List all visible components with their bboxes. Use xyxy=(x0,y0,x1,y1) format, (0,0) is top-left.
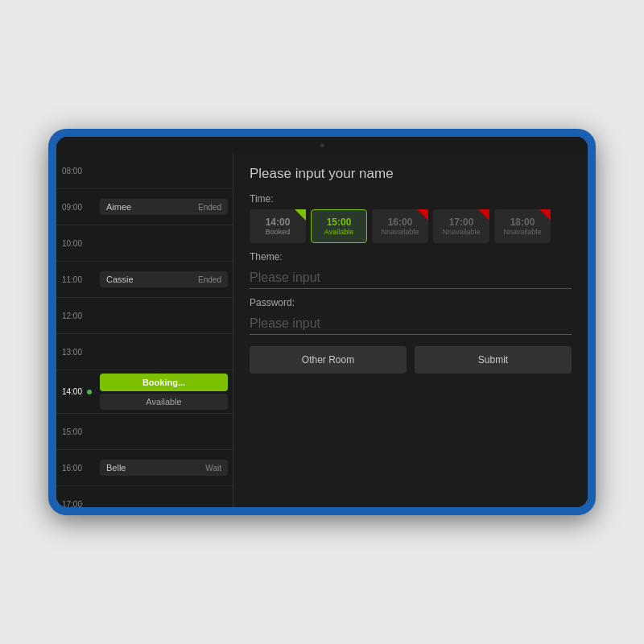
time-slot-unavailable[interactable]: 16:00 Nnavailable xyxy=(372,209,428,243)
booking-status: Wait xyxy=(205,464,221,473)
red-triangle-icon xyxy=(539,209,551,221)
time-row-active: 14:00 Booking... Available xyxy=(56,370,233,414)
password-input[interactable] xyxy=(250,313,572,335)
active-dot xyxy=(87,390,92,394)
time-label: 11:00 xyxy=(56,275,87,284)
time-content xyxy=(95,428,233,435)
slot-time: 14:00 xyxy=(266,217,291,228)
booking-name: Belle xyxy=(106,463,126,473)
slot-status: Nnavailable xyxy=(442,228,480,236)
time-content: Aimee Ended xyxy=(95,196,233,218)
buttons-row: Other Room Submit xyxy=(250,346,572,374)
slot-time: 16:00 xyxy=(388,217,413,228)
theme-input[interactable] xyxy=(250,267,572,289)
time-label: 09:00 xyxy=(56,203,87,212)
time-slots: 14:00 Booked 15:00 Available 16:00 xyxy=(250,209,572,243)
booking-name: Cassie xyxy=(106,275,134,284)
slot-status: Nnavailable xyxy=(503,228,541,236)
booking-card[interactable]: Belle Wait xyxy=(100,460,228,476)
placeholder-dot xyxy=(87,168,92,173)
right-panel: Please input your name Time: 14:00 Booke… xyxy=(233,153,588,507)
time-row: 17:00 xyxy=(56,486,233,507)
time-slot-unavailable[interactable]: 17:00 Nnavailable xyxy=(433,209,489,243)
slot-time: 15:00 xyxy=(327,217,352,228)
time-content xyxy=(95,167,233,174)
booking-card[interactable]: Aimee Ended xyxy=(100,199,228,215)
theme-section: Theme: xyxy=(250,251,572,289)
submit-button[interactable]: Submit xyxy=(415,346,572,374)
top-bar xyxy=(56,137,588,153)
left-panel: 08:00 09:00 Aimee Ended xyxy=(56,153,233,507)
timeline: 08:00 09:00 Aimee Ended xyxy=(56,153,233,507)
slot-status: Available xyxy=(324,228,353,236)
slot-status: Booked xyxy=(266,228,291,236)
form-title: Please input your name xyxy=(250,166,572,182)
time-row: 08:00 xyxy=(56,153,233,189)
time-row: 15:00 xyxy=(56,414,233,450)
camera-icon xyxy=(320,143,324,147)
time-label: 15:00 xyxy=(56,427,87,436)
password-section: Password: xyxy=(250,297,572,335)
time-content: Belle Wait xyxy=(95,456,233,479)
time-label: 10:00 xyxy=(56,239,87,248)
tablet-screen: 08:00 09:00 Aimee Ended xyxy=(56,137,588,507)
booking-status: Ended xyxy=(198,275,221,284)
time-content: Cassie Ended xyxy=(95,268,233,291)
placeholder-dot xyxy=(87,277,92,282)
red-triangle-icon xyxy=(417,209,428,221)
time-label: Time: xyxy=(250,193,572,204)
theme-label: Theme: xyxy=(250,251,572,262)
slot-time: 18:00 xyxy=(510,217,535,228)
other-room-button[interactable]: Other Room xyxy=(250,346,407,374)
time-slot-unavailable[interactable]: 18:00 Nnavailable xyxy=(494,209,551,243)
time-section: Time: 14:00 Booked 15:00 Available xyxy=(250,193,572,243)
time-label: 14:00 xyxy=(56,387,87,396)
time-label: 12:00 xyxy=(56,312,87,320)
placeholder-dot xyxy=(87,204,92,209)
time-slot-booked[interactable]: 14:00 Booked xyxy=(250,209,306,243)
time-row: 12:00 xyxy=(56,298,233,334)
time-row: 16:00 Belle Wait xyxy=(56,450,233,486)
booking-name: Aimee xyxy=(106,202,131,212)
time-content xyxy=(95,501,233,507)
time-row: 13:00 xyxy=(56,334,233,370)
time-label: 08:00 xyxy=(56,167,87,175)
time-row: 10:00 xyxy=(56,225,233,262)
time-label: 17:00 xyxy=(56,500,87,508)
slot-status: Nnavailable xyxy=(381,228,419,236)
time-row: 09:00 Aimee Ended xyxy=(56,189,233,225)
placeholder-dot xyxy=(87,502,92,506)
placeholder-dot xyxy=(87,313,92,318)
green-triangle-icon xyxy=(295,209,306,221)
time-content: Booking... Available xyxy=(95,370,233,413)
time-content xyxy=(95,312,233,319)
time-label: 16:00 xyxy=(56,464,87,473)
booking-card[interactable]: Cassie Ended xyxy=(100,271,228,287)
red-triangle-icon xyxy=(478,209,489,221)
placeholder-dot xyxy=(87,349,92,354)
time-label: 13:00 xyxy=(56,348,87,357)
time-row: 11:00 Cassie Ended xyxy=(56,262,233,298)
placeholder-dot xyxy=(87,241,92,246)
booking-green[interactable]: Booking... xyxy=(100,374,228,391)
time-slot-available[interactable]: 15:00 Available xyxy=(311,209,367,243)
placeholder-dot xyxy=(87,465,92,470)
time-content xyxy=(95,240,233,246)
booking-status: Ended xyxy=(198,203,221,212)
time-content xyxy=(95,349,233,355)
slot-time: 17:00 xyxy=(449,217,474,228)
available-card[interactable]: Available xyxy=(100,394,228,410)
password-label: Password: xyxy=(250,297,572,308)
tablet-device: 08:00 09:00 Aimee Ended xyxy=(48,129,596,515)
placeholder-dot xyxy=(87,429,92,434)
screen-area: 08:00 09:00 Aimee Ended xyxy=(56,153,588,507)
